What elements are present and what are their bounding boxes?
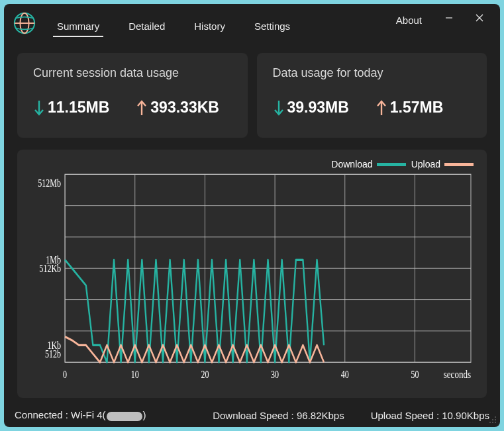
svg-point-39 <box>495 422 496 423</box>
session-download-metric: 11.15MB <box>33 99 109 117</box>
minimize-button[interactable] <box>434 7 464 29</box>
tab-settings[interactable]: Settings <box>240 9 305 42</box>
session-usage-card: Current session data usage 11.15MB 393.3… <box>17 53 248 138</box>
chart-legend: Download Upload <box>26 159 478 169</box>
download-swatch-icon <box>377 163 406 166</box>
titlebar: Summary Detailed History Settings About <box>4 4 500 42</box>
about-link[interactable]: About <box>387 9 431 31</box>
download-arrow-icon <box>273 99 285 117</box>
tab-summary[interactable]: Summary <box>42 9 114 42</box>
app-logo-icon <box>13 12 36 34</box>
svg-text:40: 40 <box>341 368 349 380</box>
today-upload-value: 1.57MB <box>390 99 444 117</box>
svg-point-34 <box>495 416 496 418</box>
svg-text:512Mb: 512Mb <box>38 177 61 189</box>
redacted-ssid <box>107 412 142 421</box>
download-arrow-icon <box>33 99 45 117</box>
tab-bar: Summary Detailed History Settings <box>42 4 305 42</box>
legend-upload: Upload <box>411 159 474 169</box>
today-usage-card: Data usage for today 39.93MB 1.57MB <box>257 53 487 138</box>
legend-upload-label: Upload <box>411 159 440 169</box>
session-upload-metric: 393.33KB <box>136 99 219 117</box>
svg-text:50: 50 <box>411 368 419 380</box>
legend-download-label: Download <box>331 159 372 169</box>
svg-point-38 <box>492 422 493 423</box>
chart-card: Download Upload 512b1Kb512Kb1Mb512Mb0102… <box>17 150 487 398</box>
tab-detailed[interactable]: Detailed <box>114 9 179 42</box>
card-title: Current session data usage <box>33 66 232 80</box>
svg-text:0: 0 <box>63 368 67 380</box>
chart-plot-area: 512b1Kb512Kb1Mb512Mb01020304050seconds <box>26 171 478 389</box>
svg-text:10: 10 <box>131 368 139 380</box>
session-download-value: 11.15MB <box>48 99 109 117</box>
svg-point-36 <box>495 419 496 420</box>
upload-speed-status: Upload Speed : 10.90Kbps <box>371 410 489 421</box>
upload-swatch-icon <box>444 163 474 166</box>
cards-row: Current session data usage 11.15MB 393.3… <box>17 53 487 138</box>
app-window: Summary Detailed History Settings About … <box>4 4 500 427</box>
card-title: Data usage for today <box>273 66 472 80</box>
window-controls <box>434 7 495 29</box>
today-upload-metric: 1.57MB <box>376 99 444 117</box>
today-download-metric: 39.93MB <box>273 99 349 117</box>
close-button[interactable] <box>464 7 495 29</box>
resize-grip-icon[interactable] <box>488 415 497 424</box>
tab-history[interactable]: History <box>179 9 240 42</box>
download-speed-status: Download Speed : 96.82Kbps <box>213 410 344 421</box>
content-area: Current session data usage 11.15MB 393.3… <box>4 42 500 403</box>
svg-text:seconds: seconds <box>444 367 471 380</box>
today-download-value: 39.93MB <box>287 99 349 117</box>
session-upload-value: 393.33KB <box>150 99 219 117</box>
svg-text:1Mb: 1Mb <box>46 254 61 265</box>
svg-point-37 <box>489 422 491 423</box>
svg-text:1Kb: 1Kb <box>47 339 61 351</box>
upload-arrow-icon <box>136 99 148 117</box>
upload-arrow-icon <box>376 99 387 117</box>
connection-status: Connected : Wi-Fi 4() <box>15 409 146 420</box>
legend-download: Download <box>331 159 405 169</box>
status-bar: Connected : Wi-Fi 4() Download Speed : 9… <box>4 403 500 427</box>
svg-text:30: 30 <box>271 368 279 380</box>
svg-text:20: 20 <box>201 368 209 380</box>
svg-point-35 <box>492 419 493 420</box>
